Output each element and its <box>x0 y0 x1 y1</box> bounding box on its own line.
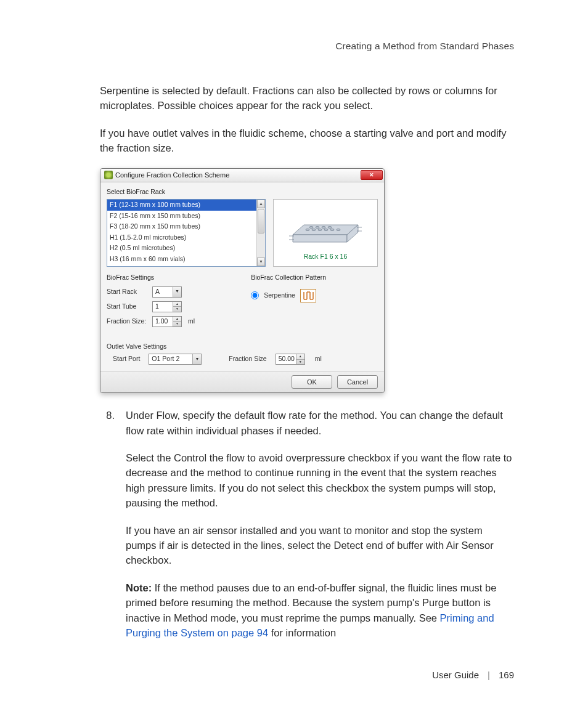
paragraph-outlet-intro: If you have outlet valves in the fluidic… <box>100 126 514 156</box>
outlet-fraction-size-label: Fraction Size <box>229 354 266 364</box>
start-port-label: Start Port <box>113 354 140 364</box>
spin-up-icon[interactable]: ▲ <box>173 302 181 307</box>
serpentine-radio[interactable] <box>251 291 259 299</box>
serpentine-label: Serpentine <box>264 291 295 301</box>
rack-option[interactable]: F1 (12-13 mm x 100 mm tubes) <box>107 200 256 211</box>
spin-down-icon[interactable]: ▼ <box>173 307 181 312</box>
serpentine-icon <box>300 289 316 302</box>
spin-up-icon[interactable]: ▲ <box>173 317 181 322</box>
paragraph-serpentine: Serpentine is selected by default. Fract… <box>100 83 514 113</box>
fraction-collection-dialog: Configure Fraction Collection Scheme ✕ S… <box>100 168 385 394</box>
footer-page-number: 169 <box>499 668 514 682</box>
step8-flow: Under Flow, specify the default flow rat… <box>126 408 514 438</box>
outlet-fraction-size-spinner[interactable]: 50.00 ▲▼ <box>276 354 305 365</box>
start-rack-label: Start Rack <box>107 287 147 297</box>
unit-label: ml <box>188 317 195 327</box>
unit-label: ml <box>315 354 322 364</box>
select-rack-label: Select BioFrac Rack <box>107 187 378 197</box>
rack-option[interactable]: H2 (0.5 ml microtubes) <box>107 243 256 254</box>
outlet-valve-label: Outlet Valve Settings <box>107 342 378 352</box>
dialog-screenshot: Configure Fraction Collection Scheme ✕ S… <box>100 168 514 394</box>
rack-3d-icon <box>285 206 365 248</box>
ok-button[interactable]: OK <box>292 375 332 389</box>
chevron-down-icon[interactable]: ▼ <box>173 287 181 297</box>
svg-point-9 <box>309 226 313 228</box>
rack-preview-label: Rack F1 6 x 16 <box>304 252 348 262</box>
close-button[interactable]: ✕ <box>361 170 383 180</box>
rack-option[interactable]: F3 (18-20 mm x 150 mm tubes) <box>107 221 256 232</box>
svg-marker-1 <box>293 235 347 242</box>
start-rack-combo[interactable]: A ▼ <box>152 286 182 298</box>
step8-overpressure: Select the Control the flow to avoid ove… <box>126 450 514 511</box>
rack-option[interactable]: H1 (1.5-2.0 ml microtubes) <box>107 232 256 243</box>
app-icon <box>104 171 113 179</box>
biofrac-settings-label: BioFrac Settings <box>107 273 240 283</box>
scroll-thumb[interactable] <box>258 209 264 233</box>
svg-point-12 <box>328 226 332 228</box>
step8-airsensor: If you have an air sensor installed and … <box>126 523 514 568</box>
spin-down-icon[interactable]: ▼ <box>173 322 181 327</box>
dialog-titlebar[interactable]: Configure Fraction Collection Scheme ✕ <box>100 169 384 182</box>
svg-point-6 <box>324 229 328 230</box>
step8-note: Note: If the method pauses due to an end… <box>126 580 514 641</box>
fraction-size-label: Fraction Size: <box>107 317 147 327</box>
rack-listbox[interactable]: F1 (12-13 mm x 100 mm tubes) F2 (15-16 m… <box>107 199 266 267</box>
dialog-title: Configure Fraction Collection Scheme <box>115 170 229 180</box>
scroll-up-icon[interactable]: ▲ <box>257 200 265 208</box>
spin-down-icon[interactable]: ▼ <box>296 360 304 365</box>
fraction-size-spinner[interactable]: 1.00 ▲▼ <box>152 316 182 327</box>
rack-option[interactable]: H3 (16 mm x 60 mm vials) <box>107 254 256 265</box>
svg-point-11 <box>322 226 325 228</box>
start-tube-label: Start Tube <box>107 302 147 312</box>
start-port-combo[interactable]: O1 Port 2 ▼ <box>149 354 202 365</box>
svg-point-7 <box>330 229 334 230</box>
step-number-8: 8. <box>100 408 115 652</box>
footer-guide: User Guide <box>432 668 479 682</box>
scroll-down-icon[interactable]: ▼ <box>257 258 265 266</box>
svg-point-5 <box>318 229 322 230</box>
cancel-button[interactable]: Cancel <box>337 375 378 389</box>
svg-point-10 <box>316 226 319 228</box>
rack-option[interactable]: F2 (15-16 mm x 150 mm tubes) <box>107 211 256 222</box>
svg-point-4 <box>312 229 316 230</box>
rack-preview: Rack F1 6 x 16 <box>273 199 378 267</box>
rack-option[interactable]: H4-L (30 mm x 60 mm vials) <box>107 264 256 266</box>
page-header: Creating a Method from Standard Phases <box>74 39 514 54</box>
svg-point-3 <box>306 229 309 230</box>
chevron-down-icon[interactable]: ▼ <box>192 354 201 364</box>
listbox-scrollbar[interactable]: ▲ ▼ <box>256 200 265 266</box>
pattern-label: BioFrac Collection Pattern <box>251 273 378 283</box>
page-footer: User Guide | 169 <box>432 668 514 682</box>
note-label: Note: <box>126 582 152 593</box>
footer-separator: | <box>488 668 490 682</box>
svg-point-8 <box>337 229 340 230</box>
start-tube-spinner[interactable]: 1 ▲▼ <box>152 301 182 312</box>
spin-up-icon[interactable]: ▲ <box>296 354 304 360</box>
